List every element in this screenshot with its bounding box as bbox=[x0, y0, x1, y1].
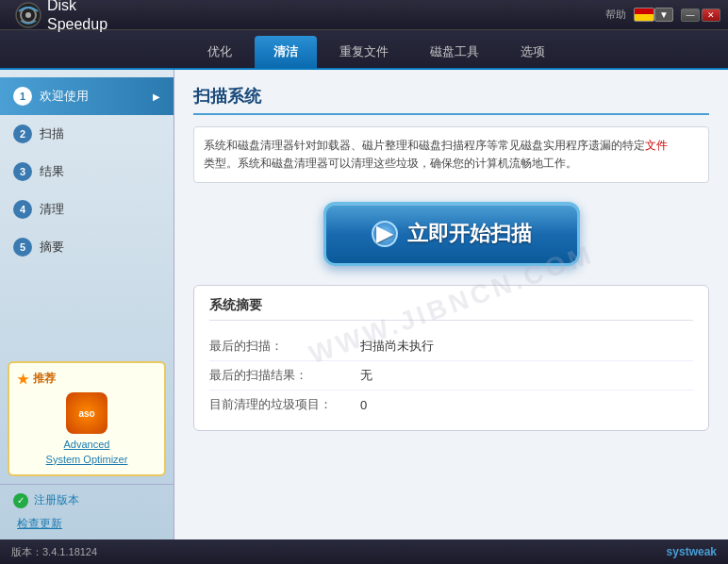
sidebar: 1 欢迎使用 ▶ 2 扫描 3 结果 4 清理 5 摘要 bbox=[0, 70, 174, 539]
step-num-1: 1 bbox=[13, 87, 32, 106]
step-label-3: 结果 bbox=[40, 163, 64, 180]
check-update-link[interactable]: 检查更新 bbox=[13, 516, 160, 532]
tab-options[interactable]: 选项 bbox=[502, 36, 564, 68]
summary-title: 系统摘要 bbox=[209, 297, 693, 321]
play-icon: ▶ bbox=[372, 221, 398, 247]
scan-button-label: 立即开始扫描 bbox=[407, 220, 532, 248]
app-branding: Disk Speedup bbox=[8, 0, 605, 33]
scan-button-wrapper: ▶ 立即开始扫描 bbox=[193, 202, 709, 266]
recommendation-box: ★ 推荐 aso Advanced System Optimizer bbox=[8, 361, 166, 476]
step-label-5: 摘要 bbox=[40, 239, 64, 256]
step-num-5: 5 bbox=[13, 238, 32, 257]
check-icon: ✓ bbox=[13, 493, 28, 508]
sidebar-footer: ✓ 注册版本 检查更新 bbox=[0, 484, 174, 539]
app-logo-icon bbox=[15, 2, 41, 28]
step-num-4: 4 bbox=[13, 200, 32, 219]
register-button[interactable]: ✓ 注册版本 bbox=[13, 492, 160, 508]
desc-text-2: 类型。系统和磁盘清理器可以清理这些垃圾，确保您的计算机流畅地工作。 bbox=[204, 157, 577, 170]
app-name-disk: Disk bbox=[47, 0, 108, 15]
summary-row-0: 最后的扫描： 扫描尚未执行 bbox=[209, 332, 693, 361]
step-num-3: 3 bbox=[13, 162, 32, 181]
language-flag-icon[interactable] bbox=[634, 8, 654, 22]
content-area: WWW.JIBNCN.COM 扫描系统 系统和磁盘清理器针对卸载器、磁片整理和磁… bbox=[174, 70, 728, 539]
register-label: 注册版本 bbox=[34, 492, 79, 508]
summary-value-1: 无 bbox=[360, 367, 372, 384]
sidebar-step-result[interactable]: 3 结果 bbox=[0, 153, 174, 191]
tab-duplicate[interactable]: 重复文件 bbox=[321, 36, 407, 68]
tab-disk-tools[interactable]: 磁盘工具 bbox=[411, 36, 498, 68]
summary-value-0: 扫描尚未执行 bbox=[360, 338, 434, 355]
aso-icon: aso bbox=[66, 392, 108, 434]
summary-row-2: 目前清理的垃圾项目： 0 bbox=[209, 390, 693, 419]
summary-label-1: 最后的扫描结果： bbox=[209, 367, 360, 384]
content-title: 扫描系统 bbox=[193, 85, 709, 115]
app-name: Disk Speedup bbox=[47, 0, 108, 33]
scan-now-button[interactable]: ▶ 立即开始扫描 bbox=[323, 202, 580, 266]
brand-text: sys bbox=[667, 545, 686, 558]
step-arrow-1: ▶ bbox=[153, 91, 160, 102]
recommend-link-line2: System Optimizer bbox=[46, 454, 128, 465]
recommend-text: 推荐 bbox=[33, 371, 56, 387]
step-num-2: 2 bbox=[13, 124, 32, 143]
step-label-1: 欢迎使用 bbox=[40, 88, 89, 105]
recommend-link-line1: Advanced bbox=[64, 439, 110, 450]
tab-clean[interactable]: 清洁 bbox=[255, 36, 317, 68]
summary-row-1: 最后的扫描结果： 无 bbox=[209, 361, 693, 390]
content-description: 系统和磁盘清理器针对卸载器、磁片整理和磁盘扫描程序等常见磁盘实用程序遗漏的特定文… bbox=[193, 126, 709, 183]
tab-optimize[interactable]: 优化 bbox=[189, 36, 251, 68]
step-label-4: 清理 bbox=[40, 201, 64, 218]
lang-dropdown-btn[interactable]: ▼ bbox=[654, 8, 673, 22]
step-label-2: 扫描 bbox=[40, 125, 64, 142]
brand-highlight-text: tweak bbox=[686, 545, 717, 558]
brand-label: systweak bbox=[667, 545, 717, 558]
version-label: 版本：3.4.1.18124 bbox=[11, 545, 97, 559]
nav-tabs: 优化 清洁 重复文件 磁盘工具 选项 bbox=[0, 30, 728, 70]
recommend-label: ★ 推荐 bbox=[17, 371, 157, 387]
svg-point-2 bbox=[25, 12, 31, 18]
sidebar-steps: 1 欢迎使用 ▶ 2 扫描 3 结果 4 清理 5 摘要 bbox=[0, 70, 174, 354]
sidebar-step-welcome[interactable]: 1 欢迎使用 ▶ bbox=[0, 77, 174, 115]
recommend-link[interactable]: Advanced System Optimizer bbox=[17, 438, 157, 467]
star-icon: ★ bbox=[17, 372, 29, 387]
status-bar: 版本：3.4.1.18124 systweak bbox=[0, 539, 728, 564]
app-name-speedup: Speedup bbox=[47, 15, 108, 33]
summary-section: 系统摘要 最后的扫描： 扫描尚未执行 最后的扫描结果： 无 目前清理的垃圾项目：… bbox=[193, 285, 709, 431]
sidebar-step-summary[interactable]: 5 摘要 bbox=[0, 228, 174, 266]
title-bar: Disk Speedup 帮助 ▼ — ✕ bbox=[0, 0, 728, 30]
summary-label-0: 最后的扫描： bbox=[209, 338, 360, 355]
summary-label-2: 目前清理的垃圾项目： bbox=[209, 396, 360, 413]
help-label[interactable]: 帮助 bbox=[605, 8, 626, 22]
sidebar-step-scan[interactable]: 2 扫描 bbox=[0, 115, 174, 153]
main-layout: 1 欢迎使用 ▶ 2 扫描 3 结果 4 清理 5 摘要 bbox=[0, 70, 728, 539]
close-button[interactable]: ✕ bbox=[702, 8, 720, 22]
sidebar-step-clean[interactable]: 4 清理 bbox=[0, 191, 174, 228]
summary-value-2: 0 bbox=[360, 398, 367, 412]
minimize-button[interactable]: — bbox=[681, 8, 700, 22]
desc-text-1: 系统和磁盘清理器针对卸载器、磁片整理和磁盘扫描程序等常见磁盘实用程序遗漏的特定文… bbox=[204, 139, 668, 152]
